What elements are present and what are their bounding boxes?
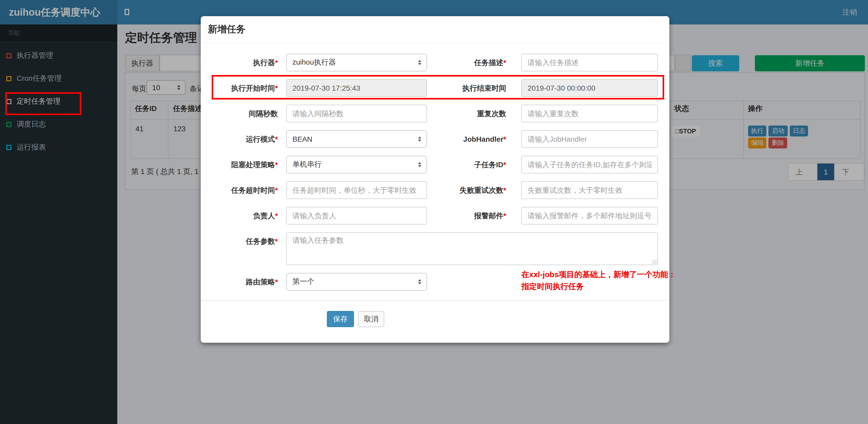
annotation-box-time-row bbox=[212, 75, 664, 99]
author-field[interactable] bbox=[286, 207, 427, 225]
job-param-field[interactable] bbox=[286, 232, 658, 265]
add-task-modal: 新增任务 执行器* zuihou执行器 任务描述* 执行开始时间* 执行结束时间… bbox=[201, 16, 670, 343]
select-arrows-icon bbox=[418, 60, 421, 65]
modal-title: 新增任务 bbox=[208, 23, 246, 35]
child-jobid-field[interactable] bbox=[521, 156, 658, 173]
select-arrows-icon bbox=[418, 162, 421, 167]
field-label-executor: 执行器* bbox=[194, 54, 278, 71]
field-label-job-param: 任务参数* bbox=[194, 232, 278, 250]
timeout-field[interactable] bbox=[286, 181, 427, 199]
block-strategy-select-value: 单机串行 bbox=[292, 160, 418, 169]
field-label-route-strategy: 路由策略* bbox=[194, 273, 278, 291]
field-label-child-jobid: 子任务ID* bbox=[423, 156, 506, 173]
field-label-repeat-count: 重复次数 bbox=[423, 105, 506, 122]
field-label-block-strategy: 阻塞处理策略* bbox=[194, 156, 278, 173]
route-strategy-select[interactable]: 第一个 bbox=[286, 273, 427, 291]
select-arrows-icon bbox=[418, 136, 421, 142]
field-label-alarm-email: 报警邮件* bbox=[423, 207, 506, 225]
alarm-email-field[interactable] bbox=[521, 207, 658, 225]
fail-retry-field[interactable] bbox=[521, 181, 658, 199]
executor-select-value: zuihou执行器 bbox=[292, 58, 418, 67]
route-strategy-select-value: 第一个 bbox=[292, 277, 418, 287]
field-label-job-handler: JobHandler* bbox=[423, 130, 506, 148]
cancel-button[interactable]: 取消 bbox=[358, 311, 384, 327]
field-label-job-desc: 任务描述* bbox=[423, 54, 506, 71]
field-label-timeout: 任务超时时间* bbox=[194, 181, 278, 199]
save-button[interactable]: 保存 bbox=[327, 311, 354, 327]
field-label-fail-retry: 失败重试次数* bbox=[423, 181, 506, 199]
field-label-interval: 间隔秒数 bbox=[194, 105, 278, 122]
executor-select[interactable]: zuihou执行器 bbox=[286, 54, 427, 71]
job-desc-field[interactable] bbox=[521, 54, 658, 71]
interval-field[interactable] bbox=[286, 105, 427, 122]
modal-note-line1: 在xxl-jobs项目的基础上，新增了一个功能： bbox=[521, 268, 676, 280]
glue-type-select-value: BEAN bbox=[292, 135, 418, 143]
field-label-glue-type: 运行模式* bbox=[194, 130, 278, 148]
modal-note-line2: 指定时间执行任务 bbox=[521, 280, 584, 292]
block-strategy-select[interactable]: 单机串行 bbox=[286, 156, 427, 173]
annotation-box-sidebar bbox=[5, 92, 81, 115]
glue-type-select[interactable]: BEAN bbox=[286, 130, 427, 148]
repeat-count-field[interactable] bbox=[521, 105, 658, 122]
field-label-author: 负责人* bbox=[194, 207, 278, 225]
job-handler-field[interactable] bbox=[521, 130, 658, 148]
select-arrows-icon bbox=[418, 279, 421, 284]
resize-grip-icon[interactable] bbox=[652, 259, 657, 264]
